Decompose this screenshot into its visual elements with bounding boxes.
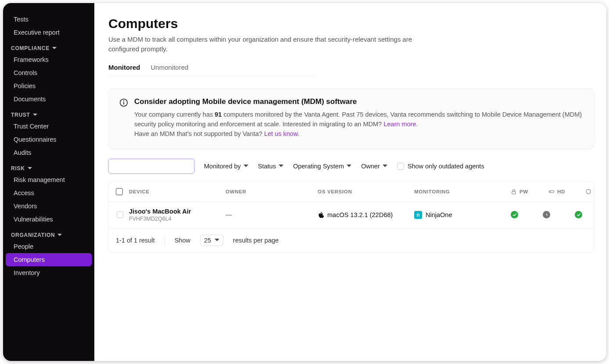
clock-icon bbox=[545, 213, 549, 217]
mdm-banner: Consider adopting Mobile device manageme… bbox=[108, 88, 594, 149]
learn-more-link[interactable]: Learn more bbox=[383, 121, 416, 128]
filter-owner[interactable]: Owner bbox=[361, 163, 387, 170]
col-device[interactable]: DEVICE bbox=[129, 189, 226, 194]
av-status-ok bbox=[575, 211, 582, 218]
chevron-down-icon bbox=[244, 164, 248, 168]
page-size-select[interactable]: 25 bbox=[200, 235, 223, 246]
sidebar-item-trust-center[interactable]: Trust Center bbox=[6, 120, 92, 133]
sidebar-item-questionnaires[interactable]: Questionnaires bbox=[6, 133, 92, 146]
sidebar-item-tests[interactable]: Tests bbox=[6, 13, 92, 26]
table-row[interactable]: Jisoo's MacBook Air FVHF3MD2Q6L4 — macOS… bbox=[109, 202, 594, 228]
info-icon bbox=[119, 98, 128, 107]
col-owner[interactable]: OWNER bbox=[226, 189, 318, 194]
sidebar-item-audits[interactable]: Audits bbox=[6, 146, 92, 159]
monitoring-cell: n NinjaOne bbox=[414, 211, 511, 219]
sidebar-section-label: ORGANIZATION bbox=[11, 232, 55, 238]
sidebar-section-label: RISK bbox=[11, 165, 25, 171]
caret-down-icon bbox=[57, 233, 62, 237]
page-title: Computers bbox=[108, 16, 594, 31]
filter-monitored-by[interactable]: Monitored by bbox=[204, 163, 248, 170]
show-label: Show bbox=[175, 237, 190, 244]
filter-label: Operating System bbox=[293, 163, 344, 170]
monitoring-name: NinjaOne bbox=[426, 211, 452, 218]
page-size-value: 25 bbox=[204, 237, 211, 244]
harddrive-icon bbox=[548, 189, 555, 195]
select-all-checkbox[interactable] bbox=[116, 188, 123, 195]
sidebar-item-vendors[interactable]: Vendors bbox=[6, 200, 92, 213]
sidebar-item-risk-management[interactable]: Risk management bbox=[6, 173, 92, 186]
check-icon bbox=[512, 213, 517, 217]
shield-icon bbox=[585, 189, 591, 195]
sidebar-item-inventory[interactable]: Inventory bbox=[6, 266, 92, 279]
filter-label: Owner bbox=[361, 163, 380, 170]
let-us-know-link[interactable]: Let us know bbox=[264, 130, 298, 137]
filter-status[interactable]: Status bbox=[258, 163, 283, 170]
filter-label: Monitored by bbox=[204, 163, 241, 170]
main-content: Computers Use a MDM to track all compute… bbox=[94, 3, 606, 361]
col-os[interactable]: OS VERSION bbox=[318, 189, 414, 194]
svg-point-5 bbox=[550, 191, 550, 192]
check-icon bbox=[577, 213, 581, 217]
search-input-wrap[interactable] bbox=[108, 159, 194, 174]
sidebar-section-trust[interactable]: TRUST bbox=[3, 106, 94, 120]
chevron-down-icon bbox=[279, 164, 283, 168]
col-av[interactable]: AV bbox=[585, 189, 594, 195]
tab-bar: Monitored Unmonitored bbox=[108, 62, 315, 77]
sidebar-item-controls[interactable]: Controls bbox=[6, 66, 92, 79]
outdated-agents-checkbox[interactable]: Show only outdated agents bbox=[397, 163, 484, 170]
computers-table: DEVICE OWNER OS VERSION MONITORING PW HD bbox=[108, 182, 594, 253]
caret-down-icon bbox=[52, 46, 57, 50]
banner-body: Your company currently has 91 computers … bbox=[134, 110, 583, 139]
sidebar-item-executive-report[interactable]: Executive report bbox=[6, 26, 92, 39]
banner-count: 91 bbox=[215, 111, 222, 118]
sidebar-item-computers[interactable]: Computers bbox=[6, 253, 92, 266]
os-version: macOS 13.2.1 (22D68) bbox=[327, 211, 393, 218]
col-pw[interactable]: PW bbox=[511, 189, 528, 195]
banner-text: Have an MDM that's not supported by Vant… bbox=[134, 130, 264, 137]
tab-unmonitored[interactable]: Unmonitored bbox=[151, 62, 189, 76]
sidebar-section-label: TRUST bbox=[11, 112, 30, 118]
separator bbox=[165, 236, 165, 245]
sidebar-item-policies[interactable]: Policies bbox=[6, 79, 92, 93]
device-serial: FVHF3MD2Q6L4 bbox=[129, 216, 226, 222]
col-hd[interactable]: HD bbox=[548, 189, 565, 195]
sidebar: Tests Executive report COMPLIANCE Framew… bbox=[3, 3, 94, 361]
svg-point-1 bbox=[123, 100, 124, 101]
col-monitoring[interactable]: MONITORING bbox=[414, 189, 511, 194]
sidebar-item-frameworks[interactable]: Frameworks bbox=[6, 53, 92, 66]
row-checkbox[interactable] bbox=[117, 211, 123, 218]
page-subtitle: Use a MDM to track all computers within … bbox=[108, 35, 424, 54]
sidebar-section-compliance[interactable]: COMPLIANCE bbox=[3, 39, 94, 53]
svg-rect-3 bbox=[512, 191, 516, 194]
col-label: PW bbox=[519, 189, 528, 194]
owner-cell: — bbox=[226, 211, 318, 218]
sidebar-item-documents[interactable]: Documents bbox=[6, 93, 92, 106]
col-label: HD bbox=[557, 189, 565, 194]
pw-status-ok bbox=[511, 211, 518, 218]
tab-monitored[interactable]: Monitored bbox=[108, 62, 140, 76]
sidebar-item-access[interactable]: Access bbox=[6, 186, 92, 200]
table-footer: 1-1 of 1 result Show 25 results per page bbox=[109, 228, 594, 252]
device-name: Jisoo's MacBook Air bbox=[129, 208, 226, 215]
filter-row: Monitored by Status Operating System Own… bbox=[108, 159, 594, 174]
search-input[interactable] bbox=[115, 163, 192, 170]
banner-text: . bbox=[297, 130, 299, 137]
chevron-down-icon bbox=[347, 164, 351, 168]
filter-label: Status bbox=[258, 163, 276, 170]
caret-down-icon bbox=[33, 113, 37, 117]
sidebar-item-people[interactable]: People bbox=[6, 240, 92, 253]
result-range: 1-1 of 1 result bbox=[116, 237, 155, 244]
lock-icon bbox=[511, 189, 517, 195]
banner-text: . bbox=[416, 121, 418, 128]
chevron-down-icon bbox=[215, 238, 219, 243]
apple-icon bbox=[318, 211, 324, 218]
caret-down-icon bbox=[28, 166, 32, 171]
hd-status-pending bbox=[543, 211, 550, 218]
banner-title: Consider adopting Mobile device manageme… bbox=[134, 97, 583, 106]
sidebar-section-organization[interactable]: ORGANIZATION bbox=[3, 226, 94, 240]
checkbox-label: Show only outdated agents bbox=[408, 163, 484, 170]
sidebar-item-vulnerabilities[interactable]: Vulnerabilities bbox=[6, 213, 92, 226]
per-page-label: results per page bbox=[233, 237, 279, 244]
sidebar-section-risk[interactable]: RISK bbox=[3, 159, 94, 173]
filter-operating-system[interactable]: Operating System bbox=[293, 163, 351, 170]
